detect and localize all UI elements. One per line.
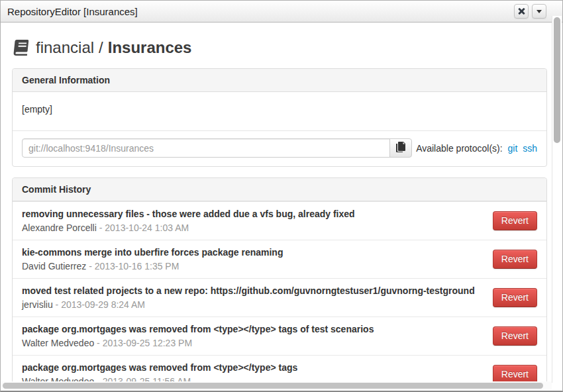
- commit-item: kie-commons merge into uberfire forces p…: [13, 240, 546, 278]
- commit-date: 2013-09-25 12:23 PM: [103, 338, 192, 348]
- meta-separator: -: [94, 376, 102, 381]
- commit-info: moved test related projects to a new rep…: [22, 284, 486, 311]
- commit-meta: Walter Medvedeo - 2013-09-25 12:23 PM: [22, 337, 486, 350]
- vertical-scrollbar[interactable]: [552, 16, 562, 383]
- commit-message: removing unnecessary files - those were …: [22, 207, 486, 220]
- commit-info: kie-commons merge into uberfire forces p…: [22, 246, 486, 273]
- meta-separator: -: [97, 222, 105, 233]
- protocol-link-ssh[interactable]: ssh: [523, 143, 537, 154]
- commit-history-header: Commit History: [13, 178, 546, 201]
- general-information-header: General Information: [13, 69, 546, 92]
- meta-separator: -: [53, 299, 61, 310]
- commit-history-panel: Commit History removing unnecessary file…: [12, 177, 547, 381]
- revert-button[interactable]: Revert: [493, 211, 537, 230]
- meta-separator: -: [94, 338, 102, 348]
- window-controls: [514, 4, 546, 19]
- repo-name-label: Insurances: [108, 38, 192, 57]
- paste-icon: [396, 142, 405, 154]
- commit-item: package org.mortgages was removed from <…: [13, 317, 546, 355]
- horizontal-scrollbar[interactable]: [1, 381, 552, 390]
- window-menu-button[interactable]: [532, 4, 546, 19]
- copy-url-button[interactable]: [389, 138, 412, 158]
- commit-message: moved test related projects to a new rep…: [22, 284, 486, 297]
- protocol-link-git[interactable]: git: [508, 143, 518, 154]
- close-button[interactable]: [514, 4, 529, 19]
- revert-button[interactable]: Revert: [493, 326, 537, 346]
- commit-author: Alexandre Porcelli: [22, 222, 97, 233]
- meta-separator: -: [86, 261, 94, 271]
- book-icon: [12, 39, 29, 56]
- commit-item: removing unnecessary files - those were …: [13, 201, 546, 240]
- breadcrumb-separator: /: [99, 38, 103, 57]
- page-title: financial / Insurances: [12, 38, 547, 57]
- clone-url-row: Available protocol(s): git ssh: [13, 130, 546, 166]
- commit-author: jervisliu: [22, 299, 53, 310]
- editor-viewport: financial / Insurances General Informati…: [1, 23, 551, 381]
- commit-date: 2013-10-16 1:35 PM: [95, 261, 179, 271]
- commit-item: package org.mortgages was removed from <…: [13, 355, 546, 381]
- protocols-label: Available protocol(s):: [416, 143, 502, 154]
- commit-author: David Gutierrez: [22, 261, 86, 271]
- window-title: RepositoryEditor [Insurances]: [7, 6, 138, 17]
- revert-button[interactable]: Revert: [493, 288, 537, 307]
- commit-message: kie-commons merge into uberfire forces p…: [22, 246, 486, 259]
- commit-date: 2013-09-25 11:56 AM: [103, 376, 191, 381]
- repo-group-label: financial: [36, 38, 94, 57]
- revert-button[interactable]: Revert: [493, 365, 537, 381]
- commit-info: removing unnecessary files - those were …: [22, 207, 486, 234]
- commit-meta: Walter Medvedeo - 2013-09-25 11:56 AM: [22, 375, 486, 381]
- commit-meta: David Gutierrez - 2013-10-16 1:35 PM: [22, 260, 486, 273]
- commit-meta: Alexandre Porcelli - 2013-10-24 1:03 AM: [22, 222, 486, 234]
- commit-info: package org.mortgages was removed from <…: [22, 322, 486, 350]
- available-protocols: Available protocol(s): git ssh: [416, 143, 537, 154]
- commit-meta: jervisliu - 2013-09-29 8:24 AM: [22, 299, 486, 311]
- close-icon: [517, 7, 525, 15]
- commit-date: 2013-09-29 8:24 AM: [61, 299, 145, 310]
- general-information-panel: General Information [empty] Available pr…: [12, 68, 547, 167]
- commit-author: Walter Medvedeo: [22, 376, 94, 381]
- commit-date: 2013-10-24 1:03 AM: [105, 222, 189, 233]
- commit-item: moved test related projects to a new rep…: [13, 278, 546, 317]
- horizontal-scrollbar-thumb[interactable]: [3, 383, 543, 389]
- commit-message: package org.mortgages was removed from <…: [22, 361, 486, 374]
- chevron-down-icon: [537, 10, 542, 13]
- commit-info: package org.mortgages was removed from <…: [22, 361, 486, 381]
- clone-url-input[interactable]: [22, 138, 390, 158]
- repository-editor-window: RepositoryEditor [Insurances]: [0, 0, 563, 392]
- window-titlebar: RepositoryEditor [Insurances]: [1, 1, 562, 23]
- commit-author: Walter Medvedeo: [22, 338, 94, 348]
- vertical-scrollbar-thumb[interactable]: [554, 17, 560, 143]
- revert-button[interactable]: Revert: [493, 250, 537, 269]
- repo-description: [empty]: [13, 92, 546, 130]
- commit-message: package org.mortgages was removed from <…: [22, 322, 486, 336]
